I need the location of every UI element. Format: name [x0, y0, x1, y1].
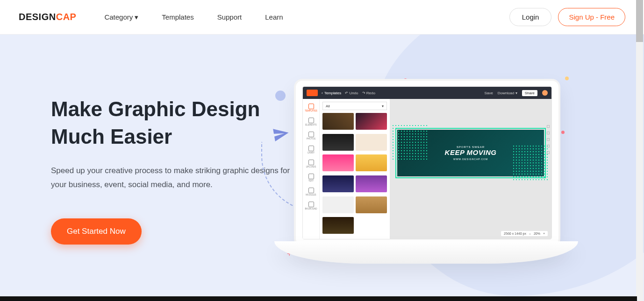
canvas-side-tools [547, 125, 550, 154]
bottom-bar [0, 296, 637, 301]
rail-text: TEXT [303, 171, 319, 185]
hero-title-line1: Make Graphic Design [51, 98, 260, 120]
nav: Category ▾ Templates Support Learn [104, 13, 283, 21]
chevron-left-icon: ‹ [322, 91, 323, 95]
canvas-area: SPORTS SWEAR KEEP MOVING WWW.DESIGNCAP.C… [390, 99, 551, 239]
rail-elements: ELEMENTS [303, 115, 319, 129]
nav-learn[interactable]: Learn [265, 13, 283, 21]
template-thumb [322, 175, 354, 192]
rail-chart: CHART [303, 143, 319, 157]
paper-plane-icon [271, 124, 291, 147]
canvas-url: WWW.DESIGNCAP.COM [453, 158, 488, 161]
signup-button[interactable]: Sign Up - Free [558, 8, 625, 26]
zoom-out: – [529, 232, 531, 235]
auth-buttons: Login Sign Up - Free [509, 8, 625, 26]
zoom-bar: 2560 x 1440 px – 20% + [501, 231, 548, 236]
hero-title: Make Graphic Design Much Easier [51, 95, 294, 151]
nav-support[interactable]: Support [217, 13, 242, 21]
zoom-level: 20% [534, 232, 540, 235]
scroll-thumb[interactable] [636, 0, 643, 42]
scrollbar[interactable] [636, 0, 643, 301]
template-thumb [356, 113, 387, 130]
download-button: Download ▾ [498, 91, 517, 95]
redo-button: ↷ Redo [362, 91, 375, 95]
editor-breadcrumb: ‹ Templates [322, 91, 341, 95]
nav-category[interactable]: Category ▾ [104, 13, 138, 21]
chevron-down-icon: ▾ [135, 13, 138, 21]
nav-category-label: Category [104, 13, 133, 21]
editor-app: ‹ Templates ↶ Undo ↷ Redo Save Download … [302, 86, 552, 239]
editor-logo [307, 90, 318, 96]
login-button[interactable]: Login [509, 8, 552, 26]
canvas: SPORTS SWEAR KEEP MOVING WWW.DESIGNCAP.C… [397, 130, 544, 176]
dot-icon [565, 77, 569, 80]
header: DESIGNCAP Category ▾ Templates Support L… [0, 0, 644, 35]
logo-design: DESIGN [19, 12, 56, 22]
template-thumb [356, 175, 387, 192]
template-thumb [322, 196, 354, 213]
template-thumb [356, 154, 387, 171]
logo-cap: CAP [56, 12, 77, 22]
template-thumb [322, 113, 354, 130]
editor-templates-label: Templates [324, 91, 341, 95]
rail-modules: MODULES [303, 185, 319, 199]
canvas-headline: KEEP MOVING [445, 148, 497, 156]
rail-templates: TEMPLATES [303, 101, 319, 115]
rail-photos: PHOTOS [303, 129, 319, 143]
template-filter: All▾ [322, 102, 387, 110]
chevron-down-icon: ▾ [382, 104, 384, 108]
share-button: Share [522, 90, 537, 96]
dot-icon [561, 131, 565, 134]
undo-button: ↶ Undo [345, 91, 358, 95]
editor-topbar: ‹ Templates ↶ Undo ↷ Redo Save Download … [303, 87, 551, 99]
template-thumb [356, 196, 387, 213]
hero-title-line2: Much Easier [51, 125, 172, 148]
canvas-dims: 2560 x 1440 px [504, 232, 526, 235]
nav-templates[interactable]: Templates [162, 13, 193, 21]
template-thumb [356, 134, 387, 151]
laptop-base [274, 241, 578, 264]
template-thumb [322, 217, 354, 234]
laptop-mock: ‹ Templates ↶ Undo ↷ Redo Save Download … [294, 79, 560, 247]
avatar [542, 90, 548, 96]
cta-button[interactable]: Get Started Now [51, 218, 142, 245]
save-button: Save [485, 91, 493, 95]
rail-bkground: BKGROUND [303, 199, 319, 213]
hero: Make Graphic Design Much Easier Speed up… [0, 35, 644, 301]
hero-subtitle: Speed up your creative process to make s… [51, 164, 294, 192]
rail-uploads: UPLOADS [303, 157, 319, 171]
check-badge-icon [275, 91, 286, 101]
template-grid [320, 113, 390, 239]
logo[interactable]: DESIGNCAP [19, 12, 76, 22]
template-thumb [356, 217, 387, 234]
editor-rail: TEMPLATES ELEMENTS PHOTOS CHART UPLOADS … [303, 99, 320, 239]
hero-copy: Make Graphic Design Much Easier Speed up… [51, 95, 294, 245]
zoom-in: + [543, 232, 545, 235]
template-thumb [322, 134, 354, 151]
template-panel: All▾ [320, 99, 390, 239]
template-thumb [322, 154, 354, 171]
